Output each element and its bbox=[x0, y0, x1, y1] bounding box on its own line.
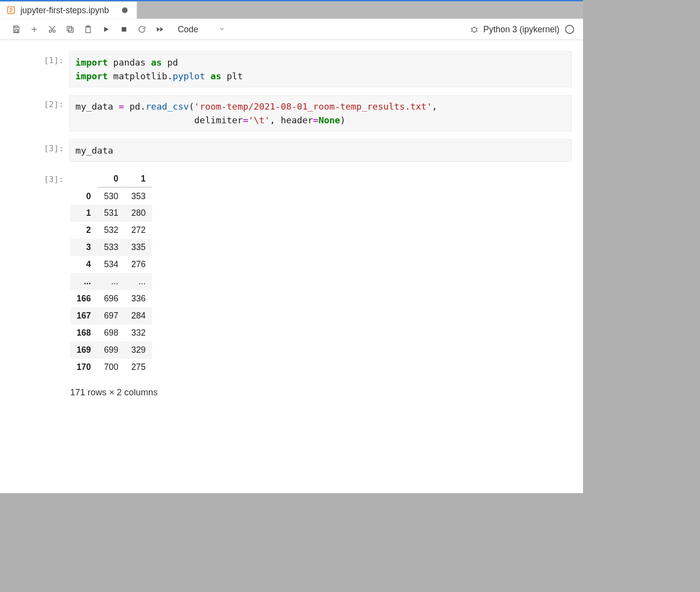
svg-rect-6 bbox=[86, 26, 90, 32]
cell-value: 699 bbox=[97, 342, 125, 359]
unsaved-indicator-icon bbox=[122, 7, 128, 13]
row-index: 1 bbox=[70, 205, 97, 222]
table-row: 169699329 bbox=[70, 342, 152, 359]
cell-value: 530 bbox=[97, 187, 125, 205]
code-cell[interactable]: [1]:import pandas as pd import matplotli… bbox=[0, 51, 572, 87]
cell-value: 284 bbox=[125, 307, 152, 324]
cell-value: 329 bbox=[125, 342, 152, 359]
code-input[interactable]: import pandas as pd import matplotlib.py… bbox=[70, 51, 572, 87]
table-row: 2532272 bbox=[70, 222, 152, 239]
cell-value: 275 bbox=[125, 359, 152, 376]
stop-button[interactable] bbox=[115, 20, 133, 38]
cell-value: 332 bbox=[125, 324, 152, 342]
code-cell[interactable]: [2]:my_data = pd.read_csv('room-temp/202… bbox=[0, 95, 572, 131]
svg-point-9 bbox=[472, 27, 476, 32]
cell-output: [3]: 01 05303531531280253227235333354534… bbox=[0, 170, 572, 398]
cell-value: 696 bbox=[97, 290, 125, 307]
row-index: 166 bbox=[70, 290, 97, 307]
dataframe-shape: 171 rows × 2 columns bbox=[70, 387, 572, 398]
cell-value: 698 bbox=[97, 324, 125, 342]
svg-point-3 bbox=[53, 30, 55, 32]
column-header: 1 bbox=[125, 170, 152, 187]
column-header: 0 bbox=[97, 170, 125, 187]
cell-value: 532 bbox=[97, 222, 125, 239]
notebook-toolbar: Code Python 3 (ipykernel) bbox=[0, 19, 583, 40]
row-index: 3 bbox=[70, 239, 97, 256]
notebook-body: [1]:import pandas as pd import matplotli… bbox=[0, 40, 583, 493]
cell-value: 534 bbox=[97, 256, 125, 273]
input-prompt: [1]: bbox=[0, 51, 70, 87]
svg-rect-5 bbox=[67, 26, 71, 30]
table-row: 166696336 bbox=[70, 290, 152, 307]
table-row: ......... bbox=[70, 273, 152, 290]
cell-value: 280 bbox=[125, 205, 152, 222]
cell-value: 336 bbox=[125, 290, 152, 307]
notebook-icon bbox=[6, 6, 15, 15]
row-index: 170 bbox=[70, 359, 97, 376]
table-row: 1531280 bbox=[70, 205, 152, 222]
tab-bar: jupyter-first-steps.ipynb bbox=[0, 0, 583, 19]
row-index: 168 bbox=[70, 324, 97, 342]
row-index: 4 bbox=[70, 256, 97, 273]
bug-icon[interactable] bbox=[466, 20, 484, 38]
row-index: 0 bbox=[70, 187, 97, 205]
row-index: 2 bbox=[70, 222, 97, 239]
input-prompt: [3]: bbox=[0, 139, 70, 162]
tab-notebook[interactable]: jupyter-first-steps.ipynb bbox=[0, 1, 137, 19]
add-cell-button[interactable] bbox=[25, 20, 44, 38]
cell-value: ... bbox=[97, 273, 125, 290]
kernel-status-icon[interactable] bbox=[565, 24, 574, 33]
code-input[interactable]: my_data = pd.read_csv('room-temp/2021-08… bbox=[70, 95, 572, 131]
save-button[interactable] bbox=[7, 20, 25, 38]
paste-button[interactable] bbox=[79, 20, 97, 38]
cell-value: 272 bbox=[125, 222, 152, 239]
svg-rect-7 bbox=[87, 25, 90, 27]
chevron-down-icon bbox=[219, 24, 225, 34]
kernel-name[interactable]: Python 3 (ipykernel) bbox=[483, 24, 560, 34]
svg-rect-4 bbox=[69, 28, 73, 32]
table-row: 170700275 bbox=[70, 359, 152, 376]
column-header bbox=[70, 170, 97, 187]
copy-button[interactable] bbox=[61, 20, 79, 38]
celltype-select[interactable]: Code bbox=[174, 23, 229, 36]
cut-button[interactable] bbox=[43, 20, 61, 38]
cell-value: ... bbox=[125, 273, 152, 290]
dataframe-table: 01 05303531531280253227235333354534276..… bbox=[70, 170, 152, 376]
row-index: 169 bbox=[70, 342, 97, 359]
row-index: 167 bbox=[70, 307, 97, 324]
cell-value: 335 bbox=[125, 239, 152, 256]
cell-value: 700 bbox=[97, 359, 125, 376]
run-button[interactable] bbox=[97, 20, 115, 38]
output-prompt: [3]: bbox=[0, 170, 70, 398]
tab-filename: jupyter-first-steps.ipynb bbox=[21, 5, 109, 15]
table-row: 4534276 bbox=[70, 256, 152, 273]
cell-value: 353 bbox=[125, 187, 152, 205]
svg-rect-1 bbox=[15, 29, 18, 32]
table-row: 3533335 bbox=[70, 239, 152, 256]
code-input[interactable]: my_data bbox=[70, 139, 572, 162]
svg-rect-8 bbox=[122, 27, 126, 31]
cell-value: 697 bbox=[97, 307, 125, 324]
table-row: 168698332 bbox=[70, 324, 152, 342]
input-prompt: [2]: bbox=[0, 95, 70, 131]
celltype-label: Code bbox=[178, 24, 198, 34]
restart-button[interactable] bbox=[133, 20, 151, 38]
cell-value: 533 bbox=[97, 239, 125, 256]
svg-point-2 bbox=[49, 30, 52, 32]
cell-value: 276 bbox=[125, 256, 152, 273]
row-index: ... bbox=[70, 273, 97, 290]
table-row: 0530353 bbox=[70, 187, 152, 205]
cell-value: 531 bbox=[97, 205, 125, 222]
table-row: 167697284 bbox=[70, 307, 152, 324]
code-cell[interactable]: [3]:my_data bbox=[0, 139, 572, 162]
fast-forward-button[interactable] bbox=[151, 20, 169, 38]
